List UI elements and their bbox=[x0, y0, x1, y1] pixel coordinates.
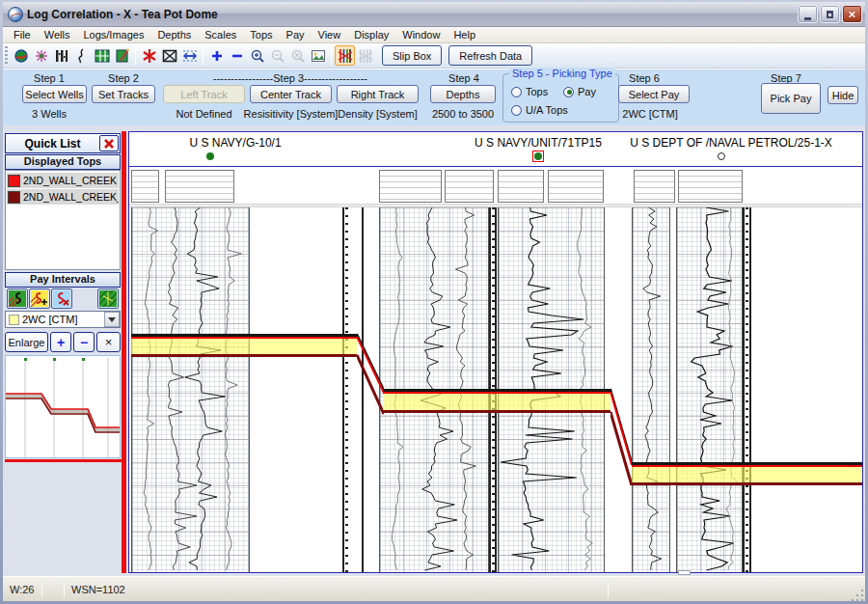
radio-tops[interactable]: Tops bbox=[511, 86, 548, 97]
center-track-button[interactable]: Center Track bbox=[250, 85, 332, 103]
step6-value: 2WC [CTM] bbox=[610, 108, 690, 120]
maximize-button[interactable] bbox=[820, 5, 840, 23]
status-well-count: W:26 bbox=[3, 577, 41, 601]
menu-wells[interactable]: Wells bbox=[38, 28, 77, 41]
maximize-icon bbox=[827, 11, 833, 18]
pay-connector-2 bbox=[610, 387, 632, 488]
resize-grip[interactable] bbox=[852, 588, 865, 601]
pay-hatch-icon[interactable] bbox=[97, 288, 119, 309]
image-view-icon[interactable] bbox=[308, 45, 328, 66]
menu-display[interactable]: Display bbox=[347, 28, 395, 41]
enlarge-button[interactable]: Enlarge bbox=[5, 332, 48, 352]
top-item-label: 2ND_WALL_CREEK_BA bbox=[23, 191, 119, 203]
quick-list-header: Quick List bbox=[5, 133, 121, 153]
refresh-data-button[interactable]: Refresh Data bbox=[448, 45, 532, 66]
toolbar-separator bbox=[203, 46, 203, 66]
well1-log-track[interactable] bbox=[131, 207, 250, 573]
radio-ua-tops-circle[interactable] bbox=[511, 105, 522, 116]
zoom-in-icon[interactable] bbox=[247, 45, 267, 66]
clear-box-icon[interactable] bbox=[159, 45, 179, 66]
radio-pay-label: Pay bbox=[578, 86, 596, 97]
close-button[interactable] bbox=[842, 5, 862, 23]
correlation-preview[interactable] bbox=[5, 355, 121, 458]
menu-logs-images[interactable]: Logs/Images bbox=[76, 28, 150, 41]
well-marker-selected[interactable] bbox=[532, 151, 544, 162]
well3-log-track-right[interactable] bbox=[676, 207, 743, 573]
menu-window[interactable]: Window bbox=[395, 28, 447, 41]
radio-ua-tops-label: U/A Tops bbox=[526, 104, 568, 116]
decrease-icon[interactable] bbox=[227, 45, 247, 66]
preview-zoom-out-button[interactable]: − bbox=[73, 332, 95, 352]
set-tracks-button[interactable]: Set Tracks bbox=[92, 85, 155, 103]
pay-interval-dropdown[interactable]: 2WC [CTM] bbox=[5, 311, 121, 328]
panel-splitter[interactable] bbox=[122, 131, 126, 573]
app-icon bbox=[8, 7, 23, 22]
menu-scales[interactable]: Scales bbox=[198, 28, 243, 41]
pay-edit-icon[interactable] bbox=[7, 288, 28, 309]
menu-tops[interactable]: Tops bbox=[243, 28, 279, 41]
menu-depths[interactable]: Depths bbox=[150, 28, 198, 41]
quick-list-title: Quick List bbox=[6, 137, 99, 151]
h-splitter-handle[interactable] bbox=[678, 570, 691, 575]
delete-picks-icon[interactable] bbox=[139, 45, 159, 66]
chevron-down-icon[interactable] bbox=[104, 312, 120, 327]
select-wells-button[interactable]: Select Wells bbox=[22, 85, 87, 103]
top-item[interactable]: 2ND_WALL_CREEK [PH bbox=[7, 173, 119, 188]
correlation-view[interactable]: U S NAVY/G-10/1 U S NAVY/UNIT/71TP15 U S… bbox=[128, 131, 863, 573]
well-title: U S NAVY/G-10/1 bbox=[129, 136, 341, 150]
step6-label: Step 6 bbox=[610, 72, 678, 84]
pay-intervals-header: Pay Intervals bbox=[5, 272, 121, 288]
select-pay-button[interactable]: Select Pay bbox=[618, 85, 690, 103]
well-symbols-icon[interactable] bbox=[31, 45, 51, 66]
center-track-value: Resisitivity [System] bbox=[243, 108, 339, 120]
pay-band-well1[interactable] bbox=[131, 334, 357, 357]
well3-log-track-left[interactable] bbox=[632, 207, 670, 573]
right-track-button[interactable]: Right Track bbox=[337, 85, 419, 103]
fit-width-icon[interactable] bbox=[179, 45, 200, 66]
menu-pay[interactable]: Pay bbox=[280, 28, 312, 41]
right-track-value: Density [System] bbox=[332, 108, 423, 120]
log-header-image bbox=[634, 170, 675, 203]
preview-close-button[interactable]: × bbox=[96, 332, 121, 352]
pay-band-well2[interactable] bbox=[383, 389, 610, 413]
wells-overview-icon[interactable] bbox=[11, 45, 31, 66]
well-marker-green[interactable] bbox=[206, 152, 214, 160]
radio-pay-circle[interactable] bbox=[563, 87, 574, 97]
interval-color-swatch bbox=[9, 315, 19, 325]
radio-ua-tops[interactable]: U/A Tops bbox=[511, 104, 568, 116]
sidebar-divider-line bbox=[5, 459, 122, 462]
title-bar[interactable]: Log Correlation - X - Tea Pot Dome bbox=[3, 2, 865, 27]
preview-zoom-in-button[interactable]: + bbox=[50, 332, 71, 352]
hide-button[interactable]: Hide bbox=[827, 86, 858, 104]
pay-add-icon[interactable] bbox=[29, 288, 50, 309]
top-item[interactable]: 2ND_WALL_CREEK_BA bbox=[7, 189, 119, 205]
radio-pay[interactable]: Pay bbox=[563, 86, 596, 97]
log-header-image bbox=[379, 170, 442, 203]
step3-label: -----------------Step 3-----------------… bbox=[157, 72, 423, 84]
log-header-image bbox=[165, 170, 234, 203]
log-tracks-icon[interactable] bbox=[51, 45, 71, 66]
menu-view[interactable]: View bbox=[312, 28, 348, 41]
set-tracks-icon[interactable] bbox=[92, 45, 112, 66]
minimize-button[interactable] bbox=[798, 5, 818, 23]
edit-track-icon[interactable] bbox=[112, 45, 132, 66]
radio-tops-circle[interactable] bbox=[511, 87, 522, 97]
radio-tops-label: Tops bbox=[526, 86, 548, 97]
pick-pay-button[interactable]: Pick Pay bbox=[761, 83, 821, 114]
well-marker-open[interactable] bbox=[718, 152, 725, 160]
step-panel: Step 1 Select Wells 3 Wells Step 2 Set T… bbox=[3, 69, 865, 125]
increase-icon[interactable] bbox=[206, 45, 227, 66]
log-curve-icon[interactable] bbox=[71, 45, 92, 66]
quick-list-close-button[interactable] bbox=[99, 135, 119, 151]
correlation-view-icon[interactable] bbox=[335, 45, 355, 66]
pay-band-well3[interactable] bbox=[632, 462, 863, 485]
depths-button[interactable]: Depths bbox=[430, 85, 496, 103]
menu-file[interactable]: File bbox=[7, 28, 38, 41]
content-area: Quick List Displayed Tops 2ND_WALL_CREEK… bbox=[3, 125, 865, 576]
toolbar-grip[interactable] bbox=[5, 46, 8, 66]
step4-label: Step 4 bbox=[430, 72, 498, 84]
left-track-value: Not Defined bbox=[163, 108, 245, 120]
slip-box-button[interactable]: Slip Box bbox=[382, 45, 442, 66]
menu-help[interactable]: Help bbox=[447, 28, 482, 41]
pay-delete-icon[interactable] bbox=[51, 288, 72, 309]
